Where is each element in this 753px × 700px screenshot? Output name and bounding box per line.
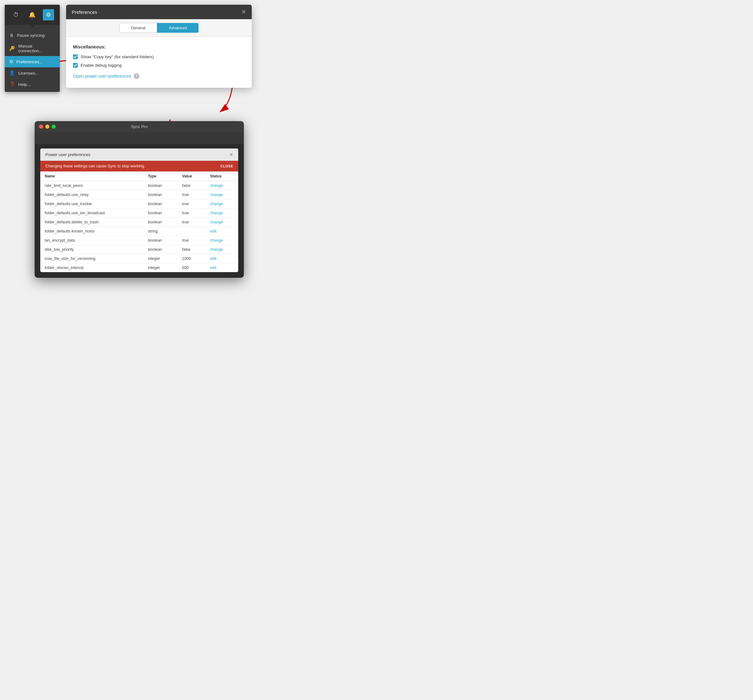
- power-warning-text: Changing these settings can cause Sync t…: [45, 164, 145, 168]
- tray-item-preferences[interactable]: ⚙ Preferences...: [5, 56, 60, 67]
- col-name: Name: [40, 172, 144, 181]
- tray-item-manual[interactable]: 🔑 Manual connection...: [5, 41, 60, 56]
- col-type: Type: [144, 172, 178, 181]
- tray-gear-btn[interactable]: ⚙: [43, 9, 54, 20]
- cell-value: true: [178, 236, 206, 245]
- pref-tabs: General Advanced: [66, 19, 252, 37]
- tray-item-help[interactable]: ❓ Help...: [5, 79, 60, 90]
- table-row: lan_encrypt_data boolean true change: [40, 236, 238, 245]
- cell-value: true: [178, 218, 206, 227]
- cell-name: folder_defaults.use_tracker: [40, 200, 144, 209]
- tray-item-pause[interactable]: ⏸ Pause syncing: [5, 30, 60, 41]
- tray-item-licenses[interactable]: 👤 Licenses...: [5, 67, 60, 79]
- table-row: folder_defaults.known_hosts string edit: [40, 227, 238, 236]
- cell-status[interactable]: change: [206, 245, 238, 254]
- table-row: max_file_size_for_versioning integer 100…: [40, 254, 238, 263]
- cell-value: [178, 227, 206, 236]
- cell-type: boolean: [144, 236, 178, 245]
- cell-type: boolean: [144, 218, 178, 227]
- cell-type: boolean: [144, 181, 178, 190]
- cell-status[interactable]: change: [206, 209, 238, 218]
- pref-body: Miscellaneous: Show "Copy key" (for stan…: [66, 37, 252, 88]
- tab-advanced[interactable]: Advanced: [157, 23, 198, 33]
- power-warning-close-btn[interactable]: CLOSE: [220, 164, 233, 168]
- cell-name: disk_low_priority: [40, 245, 144, 254]
- table-row: folder_rescan_interval integer 600 edit: [40, 263, 238, 272]
- cell-type: string: [144, 227, 178, 236]
- power-dialog: Power user preferences ✕ Changing these …: [40, 148, 238, 272]
- tray-clock-btn[interactable]: ⏱: [10, 9, 22, 20]
- minimize-dot[interactable]: [45, 125, 49, 129]
- cell-status[interactable]: edit: [206, 263, 238, 272]
- power-dialog-titlebar: Power user preferences ✕: [40, 148, 238, 161]
- cell-value: 1000: [178, 254, 206, 263]
- table-row: rate_limit_local_peers boolean false cha…: [40, 181, 238, 190]
- power-dialog-title: Power user preferences: [45, 152, 90, 157]
- tray-preferences-label: Preferences...: [16, 59, 43, 64]
- power-help-icon[interactable]: ?: [134, 73, 139, 79]
- cell-name: folder_defaults.known_hosts: [40, 227, 144, 236]
- mac-titlebar: Sync Pro: [34, 121, 244, 132]
- tray-help-label: Help...: [18, 82, 31, 87]
- cell-value: false: [178, 181, 206, 190]
- cell-type: boolean: [144, 200, 178, 209]
- cell-type: boolean: [144, 245, 178, 254]
- table-row: folder_defaults.use_lan_broadcast boolea…: [40, 209, 238, 218]
- power-warning-bar: Changing these settings can cause Sync t…: [40, 161, 238, 172]
- cell-status[interactable]: edit: [206, 254, 238, 263]
- cell-status[interactable]: change: [206, 218, 238, 227]
- table-row: folder_defaults.use_tracker boolean true…: [40, 200, 238, 209]
- tray-items: ⏸ Pause syncing 🔑 Manual connection... ⚙…: [5, 28, 60, 92]
- table-row: folder_defaults.use_relay boolean true c…: [40, 190, 238, 200]
- cell-name: max_file_size_for_versioning: [40, 254, 144, 263]
- tray-arrow: [29, 25, 36, 28]
- col-value: Value: [178, 172, 206, 181]
- mac-bg-strip: [34, 132, 244, 144]
- table-header-row: Name Type Value Status: [40, 172, 238, 181]
- cell-value: true: [178, 190, 206, 200]
- tray-manual-label: Manual connection...: [18, 44, 55, 53]
- power-close-button[interactable]: ✕: [229, 152, 233, 158]
- user-icon: 👤: [9, 70, 15, 76]
- pref-titlebar: Preferences ✕: [66, 5, 252, 19]
- table-row: folder_defaults.delete_to_trash boolean …: [40, 218, 238, 227]
- pref-debug-row: Enable debug logging: [73, 63, 245, 68]
- tray-bell-btn[interactable]: 🔔: [27, 9, 38, 20]
- cell-status[interactable]: change: [206, 181, 238, 190]
- maximize-dot[interactable]: [52, 125, 56, 129]
- debug-checkbox[interactable]: [73, 63, 78, 68]
- cell-name: folder_defaults.delete_to_trash: [40, 218, 144, 227]
- key-icon: 🔑: [9, 45, 15, 51]
- pref-power-link-row: Open power user preferences ?: [73, 73, 245, 79]
- pref-copykey-row: Show "Copy key" (for standard folders): [73, 55, 245, 59]
- close-dot[interactable]: [39, 125, 43, 129]
- cell-name: folder_defaults.use_lan_broadcast: [40, 209, 144, 218]
- cell-name: lan_encrypt_data: [40, 236, 144, 245]
- power-user-link[interactable]: Open power user preferences: [73, 73, 131, 79]
- tray-licenses-label: Licenses...: [18, 71, 39, 75]
- copykey-checkbox[interactable]: [73, 55, 78, 59]
- cell-value: true: [178, 200, 206, 209]
- tab-general[interactable]: General: [119, 23, 157, 33]
- tray-pause-label: Pause syncing: [17, 33, 45, 38]
- tray-header: ⏱ 🔔 ⚙: [5, 5, 60, 25]
- mac-window-title: Sync Pro: [131, 124, 148, 129]
- help-icon: ❓: [9, 81, 15, 87]
- preferences-dialog: Preferences ✕ General Advanced Miscellan…: [66, 5, 252, 88]
- cell-status[interactable]: edit: [206, 227, 238, 236]
- pref-close-button[interactable]: ✕: [241, 9, 246, 15]
- cell-status[interactable]: change: [206, 236, 238, 245]
- tray-menu: ⏱ 🔔 ⚙ ⏸ Pause syncing 🔑 Manual connectio…: [5, 5, 60, 92]
- power-table: Name Type Value Status rate_limit_local_…: [40, 172, 238, 272]
- col-status: Status: [206, 172, 238, 181]
- cell-value: 600: [178, 263, 206, 272]
- cell-name: folder_rescan_interval: [40, 263, 144, 272]
- cell-status[interactable]: change: [206, 200, 238, 209]
- mac-window: Sync Pro Power user preferences ✕ Changi…: [34, 121, 244, 278]
- pref-section-title: Miscellaneous:: [73, 44, 245, 49]
- cell-type: boolean: [144, 190, 178, 200]
- cell-status[interactable]: change: [206, 190, 238, 200]
- cell-value: false: [178, 245, 206, 254]
- pref-title: Preferences: [72, 9, 97, 15]
- gear-icon: ⚙: [9, 59, 13, 64]
